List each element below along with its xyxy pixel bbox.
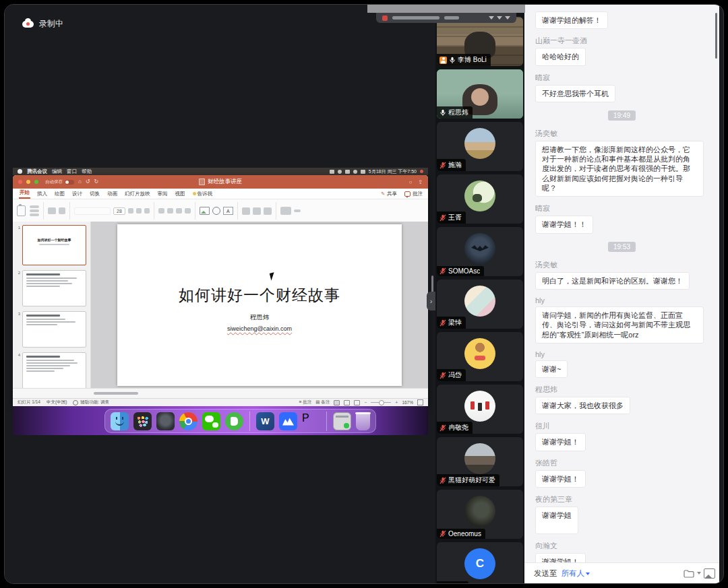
menubar-item[interactable]: 帮助 (82, 168, 92, 175)
participant-tile[interactable]: 黑猫好萌好可爱 (437, 437, 523, 486)
ribbon-tab[interactable]: 告诉我 (192, 191, 214, 199)
evernote-dock-icon[interactable] (225, 412, 243, 430)
slide-thumbnail[interactable]: 4 (14, 352, 86, 389)
meeting-dock-icon[interactable] (279, 412, 297, 430)
font-size-select[interactable]: 28 (113, 207, 125, 215)
thumbnail-preview[interactable]: 如何讲好一个财经故事 (22, 225, 86, 265)
mac-dock[interactable]: WP (104, 409, 376, 433)
preview-dock-icon[interactable] (333, 412, 351, 430)
screenshot-icon[interactable] (704, 568, 715, 579)
ribbon-tab[interactable]: 绘图 (54, 191, 65, 199)
paragraph-group[interactable] (158, 208, 191, 214)
shapes-icon[interactable] (212, 207, 220, 215)
ribbon-tab[interactable]: 动画 (107, 191, 118, 199)
notes-status-button[interactable]: ▤ 备注 (315, 399, 330, 405)
zoom-slider[interactable] (371, 402, 391, 403)
ribbon-tab[interactable]: 幻灯片放映 (124, 191, 151, 199)
comments-status-button[interactable]: ≡ 批注 (299, 399, 312, 405)
meeting-control-toolbar[interactable] (376, 13, 516, 23)
word-dock-icon[interactable]: W (256, 412, 274, 430)
participant-tile[interactable]: SOMOAsc (437, 227, 523, 276)
slide-thumbnail[interactable]: 2 (14, 270, 86, 306)
participant-tile[interactable]: 李博 BoLi (437, 17, 523, 66)
ribbon-tab[interactable]: 审阅 (157, 191, 169, 199)
participant-tile[interactable]: 王胥 (437, 174, 523, 224)
ribbon-tab[interactable]: 开始 (19, 189, 30, 199)
text-box-icon[interactable]: A (223, 207, 233, 215)
language-indicator[interactable]: 中文(中国) (47, 399, 67, 405)
share-button[interactable]: ✎ 共享 (381, 191, 397, 197)
clipboard-group[interactable] (30, 205, 39, 216)
trash-dock-icon[interactable] (356, 412, 370, 430)
launchpad-dock-icon[interactable] (133, 412, 152, 430)
comments-button[interactable]: 批注 (404, 191, 423, 197)
wifi-icon[interactable] (345, 170, 350, 174)
menubar-item[interactable]: 窗口 (67, 168, 77, 175)
chrome-dock-icon[interactable] (179, 412, 198, 430)
font-group[interactable]: 28 (74, 207, 150, 215)
participant-tile[interactable]: Ccuriosity (437, 542, 523, 584)
ribbon-tab[interactable]: 插入 (36, 191, 48, 199)
thumbnail-preview[interactable] (22, 352, 86, 389)
chat-scrollbar[interactable] (715, 13, 717, 59)
participant-tile[interactable]: 程思炜 (437, 69, 523, 119)
participant-tile[interactable]: 冉敬尧 (437, 385, 523, 434)
zoom-traffic-light[interactable] (34, 180, 38, 184)
slideshow-view-icon[interactable] (354, 400, 360, 405)
slide-thumbnail-panel[interactable]: 1如何讲好一个财经故事2345 (13, 222, 91, 389)
autosave-toggle[interactable]: 自动保存 (45, 179, 74, 185)
powerpoint-dock-icon[interactable]: P (302, 412, 320, 430)
arrange-group[interactable] (242, 207, 272, 215)
editing-group[interactable] (280, 207, 301, 215)
participant-tile[interactable]: Oeneomus (437, 490, 523, 539)
battery-icon[interactable] (338, 170, 342, 174)
close-traffic-light[interactable] (18, 180, 22, 184)
share-window-icon[interactable]: ⇪ (418, 179, 423, 185)
wechat-dock-icon[interactable] (202, 412, 220, 430)
menubar-clock[interactable]: 5月18日 周三 下午7:50 (369, 168, 417, 175)
chat-panel: 谢谢学姐的解答！山巅一寺一壶酒哈哈哈好的晴寂不好意思我带个耳机19:49汤奕敏想… (524, 5, 719, 583)
thumbnail-preview[interactable] (22, 311, 86, 348)
redo-icon[interactable]: ↻ (94, 179, 99, 185)
ribbon-tab[interactable]: 切换 (89, 191, 100, 199)
slide-sorter-view-icon[interactable] (344, 400, 350, 405)
chevron-down-icon[interactable] (697, 572, 701, 575)
slides-group[interactable] (48, 207, 65, 214)
search-icon[interactable] (353, 170, 357, 174)
chat-message-list[interactable]: 谢谢学姐的解答！山巅一寺一壶酒哈哈哈好的晴寂不好意思我带个耳机19:49汤奕敏想… (524, 5, 719, 562)
toolbar-chevrons[interactable] (489, 16, 510, 20)
participant-tile[interactable]: 施瀚 (437, 122, 523, 171)
accessibility-status[interactable]: 辅助功能: 调查 (80, 399, 109, 405)
system-dock-icon[interactable] (156, 412, 175, 430)
picture-icon[interactable] (200, 207, 210, 215)
input-source-icon[interactable] (361, 170, 365, 174)
normal-view-icon[interactable] (334, 400, 340, 405)
minimize-traffic-light[interactable] (26, 180, 30, 184)
participant-tile[interactable]: 冯岱 (437, 332, 523, 381)
ribbon-tab[interactable]: 设计 (71, 191, 83, 199)
zoom-in-button[interactable]: + (395, 400, 398, 405)
fit-to-window-icon[interactable] (417, 399, 423, 405)
folder-icon[interactable] (684, 569, 694, 578)
insert-group[interactable]: A (200, 207, 233, 215)
send-to-selector[interactable]: 所有人 (562, 568, 590, 579)
undo-icon[interactable]: ↺ (86, 179, 90, 185)
paste-clipboard-icon[interactable] (17, 205, 26, 216)
evernote-menu-icon[interactable] (330, 170, 334, 174)
collapse-panel-tab[interactable]: › (427, 292, 435, 311)
search-icon[interactable]: ○ (408, 179, 412, 185)
slide-thumbnail[interactable]: 1如何讲好一个财经故事 (14, 225, 86, 265)
notes-pane[interactable] (13, 388, 428, 398)
apple-logo-icon[interactable] (18, 169, 22, 174)
thumbnail-preview[interactable] (22, 270, 86, 306)
ribbon-tab[interactable]: 视图 (175, 191, 186, 199)
finder-dock-icon[interactable] (111, 412, 129, 430)
menubar-item[interactable]: 编辑 (52, 168, 62, 175)
slide-thumbnail[interactable]: 3 (14, 311, 86, 348)
home-icon[interactable]: ⌂ (78, 179, 82, 185)
participant-tile[interactable]: 梁悻 (437, 280, 523, 329)
zoom-level[interactable]: 167% (402, 400, 413, 405)
menubar-item[interactable]: 腾讯会议 (27, 168, 47, 175)
zoom-out-button[interactable]: − (364, 400, 367, 405)
current-slide[interactable]: 如何讲好一个财经故事 程思炜 siweicheng@caixin.com (117, 224, 402, 386)
